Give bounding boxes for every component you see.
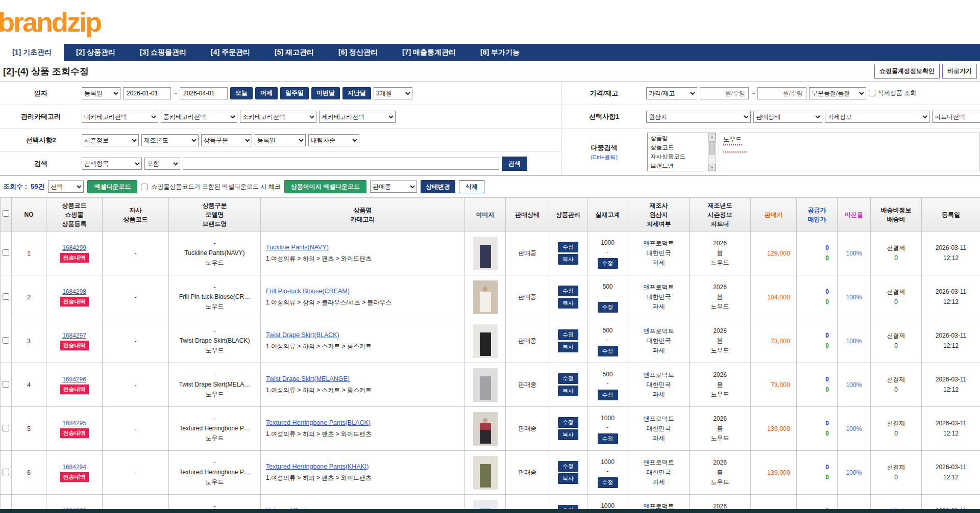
make-year-select[interactable]: 제조년도 [141,134,199,146]
row-checkbox[interactable] [3,293,9,300]
product-code-link[interactable]: 1684294 [62,464,86,471]
sort-field-select[interactable]: 등록일 [255,134,306,146]
multi-search-option[interactable]: 자사상품코드 [648,152,708,161]
listbox-scrollbar[interactable]: ▲ ▼ [708,133,716,171]
product-name-link[interactable]: Textured Herringbone Pants(KHAKI) [266,463,369,470]
quick-yesterday-button[interactable]: 어제 [255,87,278,99]
edit-button[interactable]: 수정 [558,373,578,384]
quick-last-month-button[interactable]: 지난달 [342,87,371,99]
product-code-link[interactable]: 1684299 [62,244,86,251]
product-code-link[interactable]: 1684295 [62,420,86,427]
copy-button[interactable]: 복사 [558,342,578,352]
season-select[interactable]: 시즌정보 [82,134,139,146]
copy-button[interactable]: 복사 [558,429,578,440]
edit-button[interactable]: 수정 [558,242,578,252]
scroll-up-icon[interactable]: ▲ [708,133,716,140]
search-button[interactable]: 검색 [502,157,527,171]
quick-week-button[interactable]: 일주일 [280,87,309,99]
nav-item-sales-stats[interactable]: [7] 매출통계관리 [390,44,468,61]
price-from-input[interactable] [700,87,749,99]
brandzip-logo[interactable]: brandzip [0,6,101,38]
product-thumbnail[interactable] [473,456,498,490]
category-large-select[interactable]: 대카테고리선택 [82,111,158,123]
product-name-link[interactable]: Frill Pin-tuck Blouse(CREAM) [266,288,350,295]
copy-button[interactable]: 복사 [558,473,578,484]
nav-item-stock[interactable]: [5] 재고관리 [262,44,326,61]
sale-status-select[interactable]: 판매상태 [753,111,822,123]
shortcut-button[interactable]: 바로가기 [942,64,977,79]
row-checkbox[interactable] [3,425,9,431]
date-to-input[interactable] [180,87,228,99]
origin-select[interactable]: 원산지 [646,111,751,123]
price-to-input[interactable] [757,87,806,99]
copy-button[interactable]: 복사 [558,386,578,396]
product-code-link[interactable]: 1684296 [62,376,86,383]
date-type-select[interactable]: 등록일 [82,87,120,99]
send-history-badge[interactable]: 전송내역 [60,341,89,350]
send-history-badge[interactable]: 전송내역 [60,428,89,438]
product-thumbnail[interactable] [473,412,498,446]
row-checkbox[interactable] [3,337,9,344]
excel-download-button[interactable]: 엑셀다운로드 [87,180,137,193]
tax-info-select[interactable]: 과세정보 [825,111,929,123]
change-status-button[interactable]: 상태변경 [421,180,455,193]
product-name-link[interactable]: Twist Drape Skirt(BLACK) [266,331,339,339]
product-thumbnail[interactable] [473,280,498,314]
nav-item-order[interactable]: [4] 주문관리 [199,44,262,61]
date-from-input[interactable] [123,87,171,99]
select-all-checkbox[interactable] [3,210,9,217]
search-keyword-input[interactable] [183,158,499,170]
scroll-down-icon[interactable]: ▼ [708,164,716,171]
stock-edit-button[interactable]: 수정 [598,258,618,269]
partner-select[interactable]: 파트너선택 [932,111,980,123]
category-small-select[interactable]: 소카테고리선택 [240,111,316,123]
stock-edit-button[interactable]: 수정 [598,390,618,400]
stock-edit-button[interactable]: 수정 [598,346,618,356]
image-excel-download-button[interactable]: 상품이미지 엑셀다운로드 [284,180,366,193]
period-select[interactable]: 3개월 [374,87,412,99]
quick-this-month-button[interactable]: 이번달 [311,87,340,99]
product-type-select[interactable]: 상품구분 [201,134,252,146]
category-detail-select[interactable]: 세카테고리선택 [319,111,396,123]
multi-search-listbox[interactable]: 상품명 상품코드 자사상품코드 브랜드명 ▲ ▼ [647,133,716,171]
copy-button[interactable]: 복사 [558,254,578,265]
soldout-select[interactable]: 부분품절/품절 [809,87,866,99]
multi-search-option[interactable]: 브랜드명 [648,161,708,170]
product-name-link[interactable]: Textured Herringbone Pants(BLACK) [266,419,371,426]
deleted-product-checkbox[interactable] [869,90,875,96]
product-thumbnail[interactable] [473,324,498,358]
send-history-badge[interactable]: 전송내역 [60,472,89,482]
nav-item-mall[interactable]: [3] 쇼핑몰관리 [128,44,199,61]
product-code-link[interactable]: 1684297 [62,332,86,339]
nav-item-product[interactable]: [2] 상품관리 [64,44,128,61]
product-name-link[interactable]: Twist Drape Skirt(MELANGE) [266,375,350,382]
stock-edit-button[interactable]: 수정 [598,433,618,444]
send-history-badge[interactable]: 전송내역 [60,384,89,394]
multi-search-option[interactable]: 상품코드 [648,143,708,152]
send-history-badge[interactable]: 전송내역 [60,253,89,263]
product-thumbnail[interactable] [473,237,498,270]
nav-item-extra[interactable]: [8] 부가기능 [468,44,532,61]
selection-select[interactable]: 선택 [48,181,84,193]
nav-item-basic[interactable]: [1] 기초관리 [0,44,64,61]
row-checkbox[interactable] [3,381,9,388]
copy-button[interactable]: 복사 [558,298,578,309]
multi-search-textarea[interactable]: 노우드 [719,133,980,171]
sort-order-select[interactable]: 내림차순 [308,134,359,146]
product-code-link[interactable]: 1684298 [62,288,86,295]
category-middle-select[interactable]: 중카테고리선택 [161,111,237,123]
status-change-select[interactable]: 판매중 [370,181,417,193]
edit-button[interactable]: 수정 [558,461,578,472]
scrollbar-thumb[interactable] [709,141,715,155]
edit-button[interactable]: 수정 [558,329,578,340]
quick-today-button[interactable]: 오늘 [230,87,253,99]
price-stock-select[interactable]: 가격/재고 [646,87,697,99]
stock-edit-button[interactable]: 수정 [598,477,618,488]
row-checkbox[interactable] [3,469,9,475]
multi-search-option[interactable]: 상품명 [648,134,708,143]
excel-include-mall-code-checkbox[interactable] [141,184,148,190]
stock-edit-button[interactable]: 수정 [598,302,618,313]
product-name-link[interactable]: Tuckline Pants(NAVY) [266,244,329,251]
search-mode-select[interactable]: 포함 [144,158,180,170]
nav-item-settlement[interactable]: [6] 정산관리 [326,44,390,61]
